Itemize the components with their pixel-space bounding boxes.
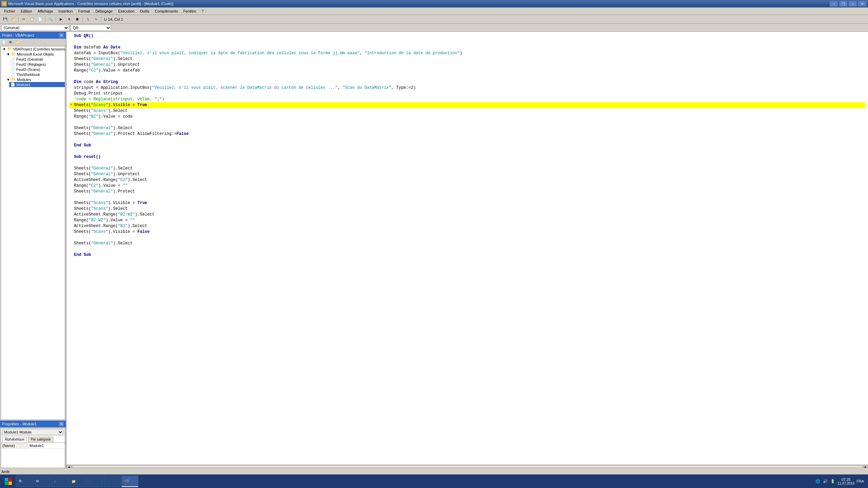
code-line-blank-8: [69, 235, 865, 241]
toolbar-break[interactable]: ⏸: [65, 16, 73, 23]
tree-feuil3[interactable]: 📄 Feuil3 (Scans): [9, 67, 65, 72]
props-name-value: Module1: [28, 443, 65, 448]
left-panel: Projet - VBAProject ✕ 📄 ⊞ 📁 ▼ 📁 VBAProje…: [0, 32, 66, 469]
code-line-blank-9: [69, 246, 865, 252]
taskbar-task-view[interactable]: ⧉: [33, 475, 50, 487]
code-line-debug: Debug.Print strinput: [69, 91, 865, 97]
toolbar-save[interactable]: 💾: [1, 16, 9, 23]
menu-item-compléments[interactable]: Compléments: [152, 7, 181, 15]
toolbar-copy[interactable]: 📋: [28, 16, 36, 23]
tree-wb-icon: 📄: [11, 72, 15, 77]
toolbar-open[interactable]: 📂: [9, 16, 17, 23]
menu-item-edition[interactable]: Edition: [18, 7, 35, 15]
code-line-end-sub-1: End Sub: [69, 143, 865, 148]
toolbar-find[interactable]: 🔍: [47, 16, 54, 23]
toolbar-paste[interactable]: 📄: [36, 16, 44, 23]
position-bar: (Général) QR: [0, 24, 868, 32]
toolbar-sep-1: [18, 17, 19, 22]
code-line-blank-1: [69, 39, 865, 45]
restore-button[interactable]: ❐: [839, 1, 848, 7]
code-blank-5: [74, 148, 865, 154]
tray-volume-icon[interactable]: 🔊: [823, 479, 828, 484]
code-text-17: Sub reset(): [74, 154, 865, 160]
maximize-button[interactable]: □: [848, 1, 857, 7]
start-button[interactable]: [1, 475, 15, 487]
menu-item-fichier[interactable]: Fichier: [1, 7, 18, 15]
project-tree[interactable]: ▼ 📁 VBAProject (Contrôles tensions cellu…: [1, 46, 65, 420]
menu-item-?[interactable]: ?: [199, 7, 206, 15]
proj-view-object[interactable]: ⊞: [7, 39, 14, 45]
taskbar-search[interactable]: 🔍: [16, 475, 33, 487]
code-line-blank-4: [69, 137, 865, 143]
tree-excel-icon: 📁: [11, 52, 16, 56]
menu-item-outils[interactable]: Outils: [137, 7, 152, 15]
code-text-14: Sheets("Général").Select: [74, 125, 865, 131]
code-text-3: datefab = InputBox("Veuillez, s'il vous …: [74, 50, 865, 56]
code-line-active-b2-w2: ActiveSheet.Range("B2:W2").Select: [69, 212, 865, 218]
tree-vbaproject-label: VBAProject (Contrôles tensions cellules.…: [13, 47, 65, 51]
minimize-button[interactable]: ─: [829, 1, 838, 7]
close-button[interactable]: ✕: [858, 1, 867, 7]
code-line-general-unprotect-2: Sheets("Général").Unprotect: [69, 171, 865, 177]
tree-modules[interactable]: ▼ 📁 Modules: [5, 77, 65, 82]
props-tab-cat[interactable]: Par catégorie: [28, 437, 53, 442]
tree-excel-objects[interactable]: ▼ 📁 Microsoft Excel Objets: [5, 52, 65, 57]
edge-icon: e: [54, 480, 56, 483]
code-line-scans-select: Sheets("Scans").Select: [69, 108, 865, 114]
project-panel-close[interactable]: ✕: [59, 33, 64, 38]
menu-item-exécution[interactable]: Exécution: [115, 7, 137, 15]
proj-view-code[interactable]: 📄: [1, 39, 7, 45]
taskbar-edge[interactable]: e: [51, 475, 68, 487]
tree-excel-label: Microsoft Excel Objets: [17, 52, 54, 56]
code-line-sheets-general-select: Sheets("Général").Select: [69, 56, 865, 62]
taskbar-file-explorer[interactable]: 📁: [68, 475, 85, 487]
proj-toggle-folders[interactable]: 📁: [14, 39, 20, 45]
project-combo[interactable]: (Général): [1, 25, 69, 31]
menu-item-format[interactable]: Format: [76, 7, 93, 15]
code-blank-4: [74, 137, 865, 143]
taskbar-vba[interactable]: VB: [121, 475, 138, 487]
code-editor[interactable]: Sub QR() Dim datefab As Date datefab = I…: [66, 32, 868, 469]
code-blank-7: [74, 195, 865, 200]
clock-display: 07:25 11.07.2018: [837, 477, 854, 485]
tree-feuil2[interactable]: 📄 Feuil2 (Réglages): [9, 62, 65, 67]
code-line-protect: Sheets("Général").Protect AllowFiltering…: [69, 131, 865, 137]
tree-feuil1[interactable]: 📄 Feuil1 (Général): [9, 57, 65, 62]
toolbar-step-into[interactable]: ⤵: [84, 16, 92, 23]
code-line-strinput: strinput = Application.InputBox("Veuille…: [69, 85, 865, 91]
code-line-dim-datefab: Dim datefab As Date: [69, 45, 865, 50]
props-tab-alpha[interactable]: Alphabétique: [2, 437, 27, 442]
tree-vbaproject[interactable]: ▼ 📁 VBAProject (Contrôles tensions cellu…: [1, 46, 65, 52]
code-line-blank-7: [69, 195, 865, 200]
svg-rect-2: [5, 482, 8, 485]
title-bar: VB Microsoft Visual Basic pour Applicati…: [0, 0, 868, 7]
toolbar-run[interactable]: ▶: [57, 16, 65, 23]
code-line-sub-reset: Sub reset(): [69, 154, 865, 160]
menu-bar: FichierEditionAffichageInsertionFormatDé…: [0, 7, 868, 15]
toolbar-cut[interactable]: ✂: [20, 16, 27, 23]
props-object-select[interactable]: Module1 Module: [2, 429, 63, 435]
code-text-1: Sub QR(): [74, 33, 865, 39]
tree-thisworkbook[interactable]: 📄 ThisWorkbook: [9, 72, 65, 77]
menu-item-fenêtre[interactable]: Fenêtre: [180, 7, 199, 15]
code-text-26: Range("B2:W2").Value = "": [74, 218, 865, 223]
procedure-combo[interactable]: QR: [71, 25, 111, 31]
props-panel-close[interactable]: ✕: [59, 422, 64, 426]
taskbar-word[interactable]: W: [104, 475, 121, 487]
menu-item-affichage[interactable]: Affichage: [35, 7, 56, 15]
code-line-scans-visible-true: Sheets("Scans").Visible = True: [69, 200, 865, 206]
tray-battery-icon[interactable]: 🔋: [830, 479, 835, 484]
project-toolbar: 📄 ⊞ 📁: [0, 39, 66, 45]
taskbar-excel[interactable]: X: [86, 475, 103, 487]
code-blank-9: [74, 246, 865, 252]
toolbar-step-over[interactable]: ⤷: [92, 16, 100, 23]
tree-module1[interactable]: 📄 Module1: [9, 82, 65, 87]
toolbar-reset[interactable]: ⏹: [74, 16, 81, 23]
props-panel-header: Propriétés - Module1 ✕: [0, 421, 66, 427]
tray-network-icon[interactable]: 🌐: [815, 479, 821, 484]
code-area[interactable]: Sub QR() Dim datefab As Date datefab = I…: [66, 32, 868, 465]
menu-item-débogage[interactable]: Débogage: [93, 7, 115, 15]
tree-wb-label: ThisWorkbook: [16, 73, 40, 77]
menu-item-insertion[interactable]: Insertion: [56, 7, 75, 15]
code-text-7: Dim code As String: [74, 79, 865, 85]
